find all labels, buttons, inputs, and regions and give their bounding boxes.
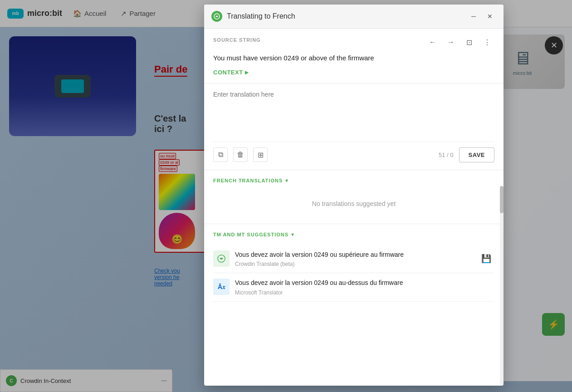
scrollbar-track[interactable]: [500, 186, 504, 386]
split-view-btn[interactable]: ⊡: [462, 35, 476, 49]
dialog-titlebar: Translating to French ─ ✕: [204, 5, 504, 29]
crowdin-translate-icon: [213, 250, 230, 267]
suggestion-1-content: Vous devez avoir la version 0249 ou supé…: [235, 250, 473, 268]
source-text: You must have version 0249 or above of t…: [213, 53, 494, 64]
translation-dialog: Translating to French ─ ✕ SOURCE STRING …: [204, 5, 504, 386]
dialog-title: Translating to French: [227, 12, 463, 20]
french-section-header: FRENCH TRANSLATIONS ▾: [213, 177, 494, 184]
dialog-close-btn[interactable]: ✕: [484, 10, 496, 23]
no-translations-text: No translations suggested yet: [213, 191, 494, 216]
suggestions-section: TM AND MT SUGGESTIONS ▾ Vous devez avoir…: [204, 224, 504, 386]
translation-input[interactable]: [213, 91, 494, 136]
suggestion-2-text: Vous devez avoir la version 0249 ou au-d…: [235, 279, 494, 288]
french-translations-label: FRENCH TRANSLATIONS: [213, 178, 283, 183]
suggestion-1-source: Crowdin Translate (beta): [235, 261, 473, 267]
suggestion-2-content: Vous devez avoir la version 0249 ou au-d…: [235, 279, 494, 296]
source-actions: ← → ⊡ ⋮: [425, 35, 494, 49]
source-label: SOURCE STRING: [213, 37, 261, 43]
tm-section-header: TM AND MT SUGGESTIONS ▾: [213, 231, 494, 238]
delete-translation-btn[interactable]: 🗑: [233, 147, 248, 162]
source-section: SOURCE STRING ← → ⊡ ⋮ You must have vers…: [204, 29, 504, 83]
dialog-body: SOURCE STRING ← → ⊡ ⋮ You must have vers…: [204, 29, 504, 386]
forward-btn[interactable]: →: [444, 35, 458, 49]
crowdin-logo: [211, 11, 222, 22]
minimize-btn[interactable]: ─: [467, 10, 480, 23]
context-link[interactable]: CONTEXT ▶: [213, 69, 494, 76]
tm-mt-label: TM AND MT SUGGESTIONS: [213, 232, 288, 237]
save-btn[interactable]: SAVE: [459, 147, 494, 162]
back-btn[interactable]: ←: [425, 35, 440, 49]
suggestion-1-text: Vous devez avoir la version 0249 ou supé…: [235, 250, 473, 260]
copy-source-btn[interactable]: ⧉: [213, 147, 228, 162]
tm-section-chevron: ▾: [291, 231, 294, 238]
microsoft-translate-icon: Ā𝑥: [213, 279, 230, 295]
suggestion-item-2: Ā𝑥 Vous devez avoir la version 0249 ou a…: [213, 273, 494, 302]
suggestion-2-source: Microsoft Translator: [235, 289, 494, 296]
translation-footer: ⧉ 🗑 ⊞ 51 / 0 SAVE: [213, 142, 494, 162]
translation-tools: ⧉ 🗑 ⊞: [213, 147, 268, 162]
more-options-btn[interactable]: ⋮: [480, 35, 494, 49]
translation-section: ⧉ 🗑 ⊞ 51 / 0 SAVE: [204, 83, 504, 170]
crowdin-logo-svg: [214, 13, 220, 20]
context-label: CONTEXT: [213, 69, 243, 76]
merge-btn[interactable]: ⊞: [253, 147, 268, 162]
suggestion-item-1: Vous devez avoir la version 0249 ou supé…: [213, 245, 494, 274]
context-arrow-icon: ▶: [245, 70, 249, 75]
dialog-controls: ─ ✕: [467, 10, 496, 23]
french-section-chevron: ▾: [285, 177, 288, 184]
char-count: 51 / 0: [439, 152, 454, 158]
french-translations-section: FRENCH TRANSLATIONS ▾ No translations su…: [204, 170, 504, 224]
suggestion-1-save-btn[interactable]: 💾: [478, 250, 494, 267]
scrollbar-thumb[interactable]: [500, 186, 504, 213]
